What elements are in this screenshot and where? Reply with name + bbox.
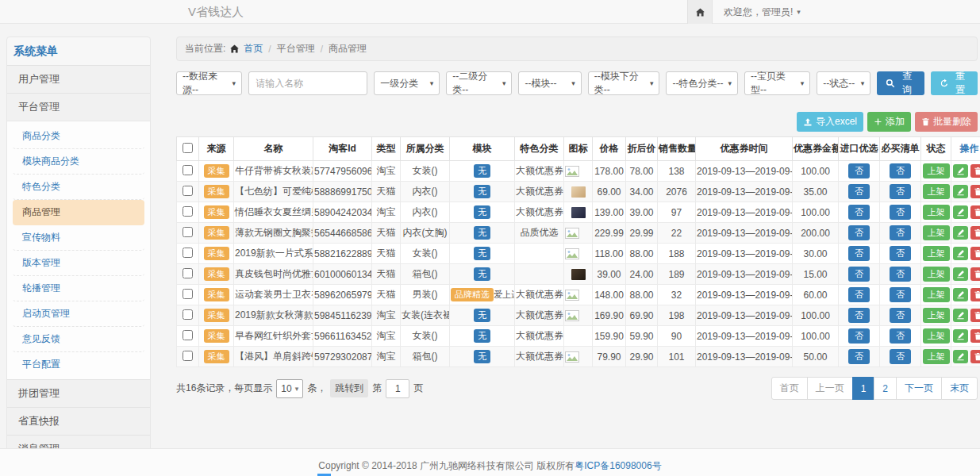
status-button[interactable]: 上架 — [923, 225, 950, 240]
sidebar-subitem-平台配置[interactable]: 平台配置 — [13, 352, 144, 377]
jump-button[interactable]: 跳转到 — [330, 379, 368, 397]
pager-button-1[interactable]: 1 — [852, 377, 875, 400]
must-buy-toggle[interactable]: 否 — [890, 205, 911, 219]
must-buy-toggle[interactable]: 否 — [890, 349, 911, 363]
must-buy-toggle[interactable]: 否 — [890, 267, 911, 281]
imported-toggle[interactable]: 否 — [848, 184, 870, 198]
delete-button[interactable] — [970, 185, 980, 198]
status-button[interactable]: 上架 — [923, 205, 950, 219]
delete-button[interactable] — [970, 329, 980, 343]
pager-button-首页[interactable]: 首页 — [771, 377, 808, 400]
icp-link[interactable]: 粤ICP备16098006号 — [575, 460, 661, 471]
level2-category-select[interactable]: --二级分类--▾ — [446, 71, 512, 95]
sidebar-subitem-轮播管理[interactable]: 轮播管理 — [13, 276, 144, 301]
imported-toggle[interactable]: 否 — [848, 205, 870, 219]
delete-button[interactable] — [970, 226, 980, 240]
item-type-select[interactable]: --宝贝类型--▾ — [744, 71, 810, 95]
status-button[interactable]: 上架 — [923, 328, 950, 343]
edit-button[interactable] — [953, 226, 968, 240]
row-checkbox[interactable] — [183, 268, 193, 278]
edit-button[interactable] — [953, 309, 968, 322]
sidebar-item-拼团管理[interactable]: 拼团管理 — [7, 379, 150, 407]
delete-button[interactable] — [970, 247, 980, 260]
row-checkbox[interactable] — [183, 227, 193, 237]
must-buy-toggle[interactable]: 否 — [890, 225, 911, 240]
module-sub-category-select[interactable]: --模块下分类--▾ — [588, 71, 660, 95]
sidebar-subitem-模块商品分类[interactable]: 模块商品分类 — [13, 149, 144, 175]
add-button[interactable]: 添加 — [867, 112, 911, 132]
must-buy-toggle[interactable]: 否 — [890, 163, 911, 178]
imported-toggle[interactable]: 否 — [848, 225, 870, 240]
delete-button[interactable] — [970, 267, 980, 281]
edit-button[interactable] — [953, 185, 968, 198]
imported-toggle[interactable]: 否 — [848, 246, 870, 260]
must-buy-toggle[interactable]: 否 — [890, 328, 911, 343]
feature-category-select[interactable]: --特色分类--▾ — [666, 71, 738, 95]
edit-button[interactable] — [953, 205, 968, 219]
delete-button[interactable] — [970, 288, 980, 301]
search-button[interactable]: 查询 — [877, 71, 924, 95]
data-source-select[interactable]: --数据来源--▾ — [176, 71, 242, 95]
row-checkbox[interactable] — [183, 330, 193, 340]
status-button[interactable]: 上架 — [923, 267, 950, 281]
edit-button[interactable] — [953, 329, 968, 343]
status-button[interactable]: 上架 — [923, 163, 950, 178]
imported-toggle[interactable]: 否 — [848, 328, 870, 343]
status-button[interactable]: 上架 — [923, 184, 950, 198]
row-checkbox[interactable] — [183, 289, 193, 299]
row-checkbox[interactable] — [183, 165, 193, 175]
imported-toggle[interactable]: 否 — [848, 267, 870, 281]
sidebar-item-平台管理[interactable]: 平台管理 — [7, 93, 150, 121]
status-button[interactable]: 上架 — [923, 246, 950, 260]
status-button[interactable]: 上架 — [923, 287, 950, 301]
imported-toggle[interactable]: 否 — [848, 349, 870, 363]
sidebar-subitem-启动页管理[interactable]: 启动页管理 — [13, 301, 144, 327]
must-buy-toggle[interactable]: 否 — [890, 287, 911, 301]
edit-button[interactable] — [953, 350, 968, 363]
reset-button[interactable]: 重置 — [931, 71, 978, 95]
edit-button[interactable] — [953, 267, 968, 281]
row-checkbox[interactable] — [183, 206, 193, 217]
edit-button[interactable] — [953, 288, 968, 301]
page-size-select[interactable]: 10 ▾ — [276, 379, 303, 398]
delete-button[interactable] — [970, 164, 980, 178]
delete-button[interactable] — [970, 309, 980, 322]
imported-toggle[interactable]: 否 — [848, 287, 870, 301]
row-checkbox[interactable] — [183, 248, 193, 258]
status-select[interactable]: --状态--▾ — [817, 71, 870, 95]
must-buy-toggle[interactable]: 否 — [890, 246, 911, 260]
delete-button[interactable] — [970, 205, 980, 219]
sidebar-subitem-版本管理[interactable]: 版本管理 — [13, 251, 144, 276]
select-all-checkbox[interactable] — [183, 143, 193, 153]
row-checkbox[interactable] — [183, 186, 193, 196]
edit-button[interactable] — [953, 164, 968, 178]
pager-button-下一页[interactable]: 下一页 — [896, 377, 942, 400]
row-checkbox[interactable] — [183, 351, 193, 361]
sidebar-subitem-特色分类[interactable]: 特色分类 — [13, 175, 144, 200]
pager-button-上一页[interactable]: 上一页 — [807, 377, 853, 400]
sidebar-subitem-商品分类[interactable]: 商品分类 — [13, 124, 144, 149]
delete-button[interactable] — [970, 350, 980, 363]
must-buy-toggle[interactable]: 否 — [890, 308, 911, 322]
status-button[interactable]: 上架 — [923, 349, 950, 363]
sidebar-item-省直快报[interactable]: 省直快报 — [7, 407, 150, 435]
must-buy-toggle[interactable]: 否 — [890, 184, 911, 198]
batch-delete-button[interactable]: 批量删除 — [915, 112, 978, 132]
level1-category-select[interactable]: 一级分类▾ — [374, 71, 440, 95]
imported-toggle[interactable]: 否 — [848, 308, 870, 322]
sidebar-subitem-意见反馈[interactable]: 意见反馈 — [13, 327, 144, 352]
pager-button-末页[interactable]: 末页 — [941, 377, 978, 400]
page-number-input[interactable] — [386, 379, 409, 398]
sidebar-subitem-宣传物料[interactable]: 宣传物料 — [13, 225, 144, 251]
breadcrumb-home-link[interactable]: 首页 — [244, 42, 263, 56]
edit-button[interactable] — [953, 247, 968, 260]
imported-toggle[interactable]: 否 — [848, 163, 870, 178]
import-excel-button[interactable]: 导入excel — [797, 112, 863, 132]
status-button[interactable]: 上架 — [923, 308, 950, 322]
module-select[interactable]: --模块--▾ — [518, 71, 581, 95]
row-checkbox[interactable] — [183, 309, 193, 320]
sidebar-subitem-商品管理[interactable]: 商品管理 — [13, 200, 144, 225]
sidebar-item-用户管理[interactable]: 用户管理 — [7, 65, 150, 93]
user-menu[interactable]: 欢迎您，管理员! ▾ — [724, 6, 801, 19]
name-input[interactable] — [248, 71, 367, 95]
